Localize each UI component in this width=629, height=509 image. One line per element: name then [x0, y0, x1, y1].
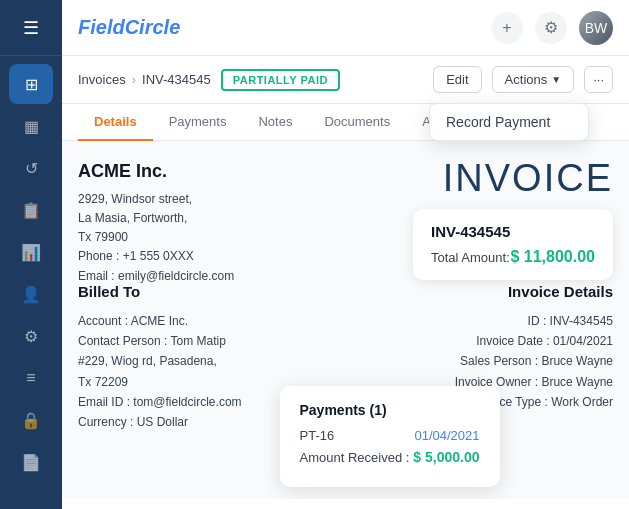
detail-date: Invoice Date : 01/04/2021: [455, 331, 613, 351]
payment-amount: $ 5,000.00: [413, 449, 479, 465]
sidebar-item-calendar[interactable]: ▦: [9, 106, 53, 146]
billed-currency: Currency : US Dollar: [78, 412, 242, 432]
chevron-down-icon: ▼: [551, 74, 561, 85]
sidebar-nav: ⊞ ▦ ↺ 📋 📊 👤 ⚙ ≡ 🔒 📄: [0, 56, 62, 482]
payment-amount-row: Amount Received : $ 5,000.00: [300, 449, 480, 465]
tab-notes[interactable]: Notes: [242, 104, 308, 141]
breadcrumb-parent[interactable]: Invoices: [78, 72, 126, 87]
sidebar-item-list[interactable]: ≡: [9, 358, 53, 398]
invoice-id: INV-434545: [431, 223, 595, 240]
tab-details[interactable]: Details: [78, 104, 153, 141]
invoice-title: INVOICE: [443, 157, 613, 200]
more-button[interactable]: ···: [584, 66, 613, 93]
list-icon: ≡: [26, 369, 35, 387]
header-actions: + ⚙ BW: [491, 11, 613, 45]
dashboard-icon: ⊞: [25, 75, 38, 94]
users-icon: 👤: [21, 285, 41, 304]
billed-address1: #229, Wiog rd, Pasadena,: [78, 351, 242, 371]
app-logo: FieldCircle: [78, 16, 180, 39]
total-label: Total Amount:: [431, 250, 510, 265]
total-amount: $ 11,800.00: [510, 248, 595, 266]
actions-dropdown: Record Payment: [429, 103, 589, 141]
payments-card: Payments (1) PT-16 01/04/2021 Amount Rec…: [280, 386, 500, 487]
add-button[interactable]: +: [491, 12, 523, 44]
tab-payments[interactable]: Payments: [153, 104, 243, 141]
docs-icon: 📄: [21, 453, 41, 472]
main-content: Invoices › INV-434545 PARTIALLY PAID Edi…: [62, 56, 629, 509]
billed-contact: Contact Person : Tom Matip: [78, 331, 242, 351]
record-payment-option[interactable]: Record Payment: [430, 104, 588, 140]
sidebar: ☰ ⊞ ▦ ↺ 📋 📊 👤 ⚙ ≡ 🔒 📄: [0, 0, 62, 509]
status-badge: PARTIALLY PAID: [221, 69, 340, 91]
header: FieldCircle + ⚙ BW: [62, 0, 629, 56]
activity-icon: ↺: [25, 159, 38, 178]
invoice-details-title: Invoice Details: [455, 279, 613, 305]
billed-email: Email ID : tom@fieldcircle.com: [78, 392, 242, 412]
logo-colored: Field: [78, 16, 125, 38]
breadcrumb-separator: ›: [132, 72, 136, 87]
actions-button[interactable]: Actions ▼: [492, 66, 575, 93]
logo-rest: Circle: [125, 16, 181, 38]
payments-title: Payments (1): [300, 402, 480, 418]
payment-id: PT-16: [300, 428, 335, 443]
breadcrumb: Invoices › INV-434545: [78, 72, 211, 87]
detail-sales: Sales Person : Bruce Wayne: [455, 351, 613, 371]
tab-documents[interactable]: Documents: [308, 104, 406, 141]
company-name: ACME Inc.: [78, 157, 234, 186]
avatar[interactable]: BW: [579, 11, 613, 45]
edit-button[interactable]: Edit: [433, 66, 481, 93]
company-info: ACME Inc. 2929, Windsor street, La Masia…: [78, 157, 234, 286]
action-bar: Invoices › INV-434545 PARTIALLY PAID Edi…: [62, 56, 629, 104]
company-address1: 2929, Windsor street,: [78, 190, 234, 209]
billed-to-section: Billed To Account : ACME Inc. Contact Pe…: [78, 279, 242, 433]
company-phone: Phone : +1 555 0XXX: [78, 247, 234, 266]
billed-to-title: Billed To: [78, 279, 242, 305]
detail-id: ID : INV-434545: [455, 311, 613, 331]
settings-icon: ⚙: [24, 327, 38, 346]
sidebar-item-lock[interactable]: 🔒: [9, 400, 53, 440]
sidebar-item-settings[interactable]: ⚙: [9, 316, 53, 356]
reports-icon: 📊: [21, 243, 41, 262]
payment-row: PT-16 01/04/2021: [300, 428, 480, 443]
calendar-icon: ▦: [24, 117, 39, 136]
company-address2: La Masia, Fortworth,: [78, 209, 234, 228]
payment-date: 01/04/2021: [414, 428, 479, 443]
lock-icon: 🔒: [21, 411, 41, 430]
billed-address2: Tx 72209: [78, 372, 242, 392]
billed-account: Account : ACME Inc.: [78, 311, 242, 331]
settings-button[interactable]: ⚙: [535, 12, 567, 44]
company-address3: Tx 79900: [78, 228, 234, 247]
invoice-content: ACME Inc. 2929, Windsor street, La Masia…: [62, 141, 629, 499]
total-row: Total Amount: $ 11,800.00: [431, 248, 595, 266]
sidebar-item-activity[interactable]: ↺: [9, 148, 53, 188]
breadcrumb-current: INV-434545: [142, 72, 211, 87]
actions-label: Actions: [505, 72, 548, 87]
sidebar-toggle[interactable]: ☰: [0, 0, 62, 56]
invoice-card: INV-434545 Total Amount: $ 11,800.00: [413, 209, 613, 280]
avatar-initials: BW: [579, 11, 613, 45]
sidebar-item-dashboard[interactable]: ⊞: [9, 64, 53, 104]
sidebar-item-docs[interactable]: 📄: [9, 442, 53, 482]
sidebar-item-reports[interactable]: 📊: [9, 232, 53, 272]
sidebar-item-users[interactable]: 👤: [9, 274, 53, 314]
clipboard-icon: 📋: [21, 201, 41, 220]
hamburger-icon: ☰: [23, 17, 39, 39]
sidebar-item-clipboard[interactable]: 📋: [9, 190, 53, 230]
payment-amount-label: Amount Received :: [300, 450, 410, 465]
